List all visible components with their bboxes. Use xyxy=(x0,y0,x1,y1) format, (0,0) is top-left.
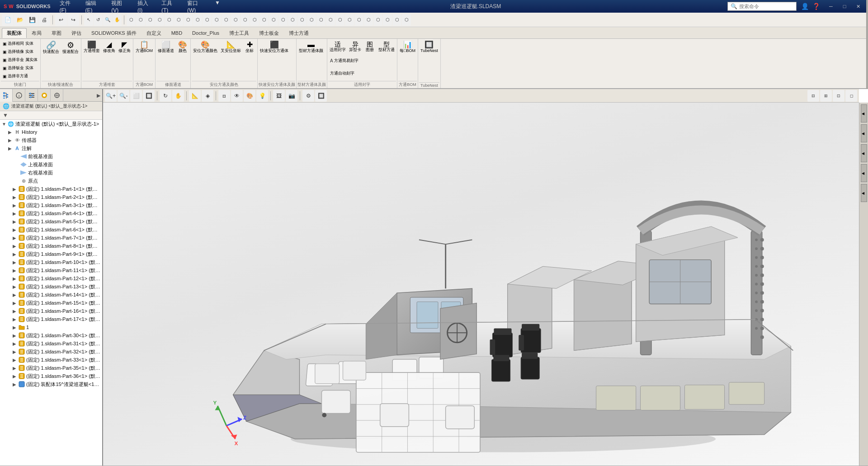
tree-annotation-item[interactable]: ▶ A 注解 xyxy=(6,144,102,152)
search-input[interactable] xyxy=(739,4,793,9)
tree-item-19[interactable]: ▶(固定) 1.sldasm-Part-12<1> (默认) <<显... xyxy=(6,274,102,282)
panel-tab-tree[interactable] xyxy=(0,89,13,102)
slow-mate-btn[interactable]: ⚙ 慢速配合 xyxy=(61,40,80,80)
panel-tab-expand[interactable]: ▶ xyxy=(95,89,102,102)
maximize-button[interactable]: □ xyxy=(838,1,851,11)
expand-icon-21[interactable]: ▶ xyxy=(13,292,18,297)
right-btn-3[interactable]: ◀ xyxy=(861,144,867,162)
tb-btn-2[interactable]: ⬡ xyxy=(136,14,145,26)
menu-view[interactable]: 视图(V) xyxy=(108,0,133,14)
rotate-view-btn[interactable]: ↻ xyxy=(160,90,171,102)
tb-btn-8[interactable]: ⬡ xyxy=(193,14,202,26)
tb-btn-26[interactable]: ⬡ xyxy=(364,14,373,26)
root-expand-icon[interactable]: ▼ xyxy=(2,122,7,127)
expand-icon-12[interactable]: ▶ xyxy=(13,219,18,224)
tree-front-plane[interactable]: 前视基准面 xyxy=(13,152,102,160)
zoom-fit-btn[interactable]: ⬜ xyxy=(130,90,142,102)
select-button[interactable]: ↖ xyxy=(84,14,93,26)
tree-item-27[interactable]: ▶(固定) 1.sldasm-Part-31<1> (默认) <<显... xyxy=(6,339,102,348)
redo-button[interactable]: ↪ xyxy=(67,14,79,26)
history-expand-icon[interactable]: ▶ xyxy=(8,130,14,135)
split-h-btn[interactable]: ⊟ xyxy=(807,90,819,102)
tb-btn-25[interactable]: ⬡ xyxy=(354,14,363,26)
tb-btn-13[interactable]: ⬡ xyxy=(241,14,250,26)
expand-icon-13[interactable]: ▶ xyxy=(13,227,18,232)
tree-item-13[interactable]: ▶(固定) 1.sldasm-Part-6<1> (默认) <<显示... xyxy=(6,226,102,234)
expand-icon-24[interactable]: ▶ xyxy=(13,317,18,322)
profile-tube-btn[interactable]: ▬ 型材方通体颜 xyxy=(297,40,325,80)
panel-tab-config[interactable] xyxy=(25,89,38,102)
tube-bom-btn[interactable]: 📋 方通BOM xyxy=(134,40,155,80)
expand-icon-8[interactable]: ▶ xyxy=(13,187,18,192)
expand-icon-20[interactable]: ▶ xyxy=(13,284,18,289)
tree-root-item[interactable]: ▼ 🌐 渣梁巡逻艇 (默认) <默认_显示状态-1> xyxy=(0,120,102,128)
profile-form-btn[interactable]: 型 型材方通 xyxy=(377,40,396,54)
pos-coord-btn[interactable]: ✚ 坐标 xyxy=(243,40,256,80)
tab-tubepass[interactable]: 博士方通 xyxy=(284,28,314,38)
fullscreen-btn[interactable]: ⊡ xyxy=(833,90,844,102)
correct-angle-btn[interactable]: ◤ 修正角 xyxy=(117,40,132,80)
tab-assembly[interactable]: 装配体 xyxy=(2,28,27,38)
tree-item-17[interactable]: ▶(固定) 1.sldasm-Part-10<1> (默认) <<显... xyxy=(6,258,102,266)
copy-pos-btn[interactable]: 📐 叉安位坐标 xyxy=(219,40,242,80)
annotation-expand-icon[interactable]: ▶ xyxy=(8,146,14,151)
tree-item-29[interactable]: ▶(固定) 1.sldasm-Part-33<1> (默认) <<显... xyxy=(6,356,102,364)
tb-btn-28[interactable]: ⬡ xyxy=(383,14,392,26)
tree-history-item[interactable]: ▶ H History xyxy=(6,128,102,136)
panel-tab-custom2[interactable] xyxy=(51,89,63,102)
tb-btn-4[interactable]: ⬡ xyxy=(155,14,164,26)
tab-mbd[interactable]: MBD xyxy=(166,28,187,37)
expand-icon-26[interactable]: ▶ xyxy=(13,333,18,338)
tb-btn-11[interactable]: ⬡ xyxy=(222,14,231,26)
tree-item-15[interactable]: ▶(固定) 1.sldasm-Part-8<1> (默认) <<显示... xyxy=(6,242,102,250)
tb-btn-17[interactable]: ⬡ xyxy=(278,14,288,26)
right-btn-1[interactable]: ◀ xyxy=(861,104,867,122)
tb-btn-6[interactable]: ⬡ xyxy=(174,14,183,26)
diff-card-btn[interactable]: 异 异型卡 xyxy=(348,40,363,54)
tree-item-28[interactable]: ▶(固定) 1.sldasm-Part-32<1> (默认) <<显... xyxy=(6,348,102,356)
zoom-button[interactable]: 🔍 xyxy=(103,14,112,26)
tab-doctorplus[interactable]: Doctor_Plus xyxy=(187,28,224,37)
tb-btn-23[interactable]: ⬡ xyxy=(335,14,344,26)
pos-tube-color-btn[interactable]: 🎨 安位方通颜色 xyxy=(192,40,219,80)
tree-item-26[interactable]: ▶(固定) 1.sldasm-Part-30<1> (默认) <<显... xyxy=(6,331,102,339)
expand-icon-9[interactable]: ▶ xyxy=(13,195,18,200)
tree-item-32[interactable]: ▶(固定) 装配体15^渣梁巡逻艇<1> (默... xyxy=(6,380,102,388)
tb-btn-18[interactable]: ⬡ xyxy=(288,14,297,26)
tree-top-plane[interactable]: 上视基准面 xyxy=(13,160,102,169)
tb-btn-29[interactable]: ⬡ xyxy=(392,14,401,26)
expand-icon-30[interactable]: ▶ xyxy=(13,366,18,371)
tb-btn-19[interactable]: ⬡ xyxy=(297,14,307,26)
expand-icon-28[interactable]: ▶ xyxy=(13,349,18,354)
tab-evaluate[interactable]: 评估 xyxy=(66,28,86,38)
tab-custom[interactable]: 自定义 xyxy=(142,28,166,38)
expand-icon-18[interactable]: ▶ xyxy=(13,268,18,273)
tb-btn-5[interactable]: ⬡ xyxy=(165,14,174,26)
save-button[interactable]: 💾 xyxy=(26,14,38,26)
tree-item-25[interactable]: ▶1 xyxy=(6,323,102,331)
select-nontube-btn[interactable]: ▣ 选择非方通 xyxy=(1,72,39,80)
camera-btn[interactable]: 📷 xyxy=(286,90,297,102)
open-button[interactable]: 📂 xyxy=(14,14,26,26)
auto-label-btn[interactable]: 方通自动刻字 xyxy=(328,67,356,80)
tb-btn-27[interactable]: ⬡ xyxy=(373,14,382,26)
expand-icon-17[interactable]: ▶ xyxy=(13,260,18,265)
user-icon[interactable]: 👤 xyxy=(800,2,810,11)
expand-icon-10[interactable]: ▶ xyxy=(13,203,18,208)
new-button[interactable]: 📄 xyxy=(2,14,14,26)
select-same-solid-btn[interactable]: ▣ 选择相同 实体 xyxy=(1,40,39,47)
right-btn-4[interactable]: ◀ xyxy=(861,164,867,182)
search-box[interactable]: 🔍 xyxy=(727,2,797,11)
tb-btn-1[interactable]: ⬡ xyxy=(127,14,136,26)
menu-file[interactable]: 文件(F) xyxy=(56,0,81,14)
expand-icon-15[interactable]: ▶ xyxy=(13,244,18,249)
zoom-in-btn[interactable]: 🔍+ xyxy=(105,90,117,102)
tb-btn-16[interactable]: ⬡ xyxy=(269,14,278,26)
single-view-btn[interactable]: ◻ xyxy=(845,90,857,102)
tree-item-21[interactable]: ▶(固定) 1.sldasm-Part-14<1> (默认) <<显... xyxy=(6,291,102,299)
tree-item-22[interactable]: ▶(固定) 1.sldasm-Part-15<1> (默认) <<显... xyxy=(6,299,102,307)
tree-item-23[interactable]: ▶(固定) 1.sldasm-Part-16<1> (默认) <<显... xyxy=(6,307,102,315)
pan-button[interactable]: ✋ xyxy=(113,14,122,26)
tb-btn-3[interactable]: ⬡ xyxy=(146,14,155,26)
tree-item-16[interactable]: ▶(固定) 1.sldasm-Part-9<1> (默认) <<显示... xyxy=(6,250,102,258)
